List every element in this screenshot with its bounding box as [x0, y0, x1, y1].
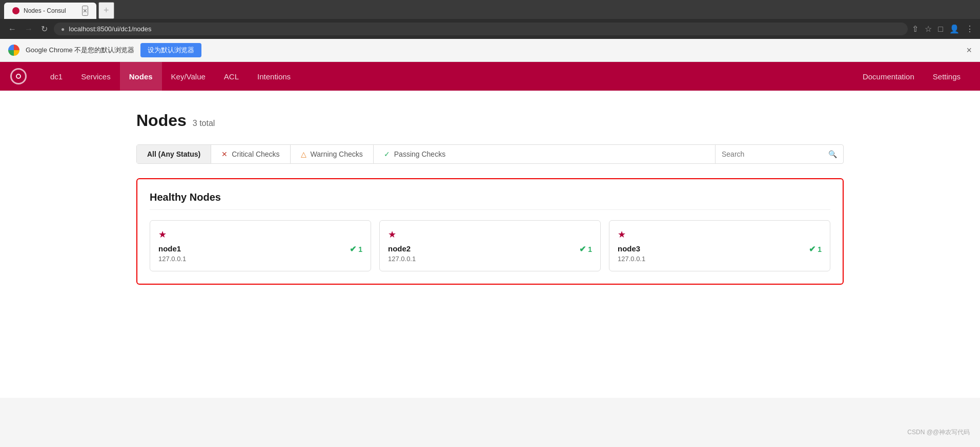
- info-banner-close-button[interactable]: ×: [966, 45, 972, 56]
- node-card-header: ★: [158, 229, 362, 240]
- node2-card-body: node2 127.0.0.1 ✔ 1: [388, 244, 592, 263]
- lock-icon: ●: [61, 26, 65, 33]
- bookmark-icon[interactable]: ☆: [925, 24, 932, 34]
- filter-bar: All (Any Status) ✕ Critical Checks △ War…: [136, 144, 844, 164]
- node3-checks: ✔ 1: [809, 244, 822, 254]
- nav-back-button[interactable]: ←: [6, 23, 18, 36]
- page-total-count: 3 total: [193, 119, 215, 128]
- consul-logo-inner: [16, 74, 21, 79]
- node2-check-count: 1: [588, 245, 592, 253]
- node1-ip: 127.0.0.1: [158, 255, 186, 263]
- section-title: Healthy Nodes: [150, 191, 830, 210]
- nav-dc-label: dc1: [41, 62, 72, 91]
- nav-settings-button[interactable]: Settings: [924, 62, 970, 91]
- nav-forward-button[interactable]: →: [23, 23, 35, 36]
- node2-info: node2 127.0.0.1: [388, 244, 416, 263]
- info-banner: Google Chrome 不是您的默认浏览器 设为默认浏览器 ×: [0, 39, 980, 62]
- window-icon[interactable]: □: [938, 25, 943, 34]
- node-card-node3[interactable]: ★ node3 127.0.0.1 ✔ 1: [609, 220, 830, 271]
- search-icon: 🔍: [828, 150, 837, 158]
- node1-check-icon: ✔: [350, 244, 356, 254]
- node3-card-body: node3 127.0.0.1 ✔ 1: [618, 244, 822, 263]
- node2-checks: ✔ 1: [579, 244, 592, 254]
- node2-card-header: ★: [388, 229, 592, 240]
- tab-title: Nodes - Consul: [24, 7, 66, 14]
- filter-passing-button[interactable]: ✓ Passing Checks: [374, 145, 456, 163]
- tab-close-button[interactable]: ×: [82, 6, 88, 16]
- page-title: Nodes 3 total: [136, 111, 844, 130]
- menu-icon[interactable]: ⋮: [966, 24, 974, 34]
- consul-logo-circle: [10, 68, 27, 84]
- node2-ip: 127.0.0.1: [388, 255, 416, 263]
- search-input[interactable]: [722, 145, 824, 163]
- nav-documentation-button[interactable]: Documentation: [853, 62, 924, 91]
- node-card-body: node1 127.0.0.1 ✔ 1: [158, 244, 362, 263]
- consul-nav: dc1 Services Nodes Key/Value ACL Intenti…: [0, 62, 980, 91]
- filter-warning-label: Warning Checks: [311, 150, 363, 158]
- node3-check-icon: ✔: [809, 244, 815, 254]
- node-card-node1[interactable]: ★ node1 127.0.0.1 ✔ 1: [150, 220, 371, 271]
- browser-tab[interactable]: Nodes - Consul ×: [4, 3, 96, 19]
- critical-icon: ✕: [221, 150, 228, 158]
- node1-check-count: 1: [358, 245, 362, 253]
- main-content: Nodes 3 total All (Any Status) ✕ Critica…: [0, 91, 980, 398]
- url-display: localhost:8500/ui/dc1/nodes: [69, 25, 151, 33]
- chrome-logo: [8, 45, 19, 56]
- consul-logo: [10, 68, 31, 84]
- node3-card-header: ★: [618, 229, 822, 240]
- nav-item-acl[interactable]: ACL: [215, 62, 248, 91]
- node3-star-icon: ★: [618, 229, 626, 240]
- healthy-nodes-section: Healthy Nodes ★ node1 127.0.0.1 ✔: [136, 178, 844, 285]
- passing-icon: ✓: [384, 150, 390, 158]
- node1-name: node1: [158, 244, 186, 253]
- filter-warning-button[interactable]: △ Warning Checks: [291, 145, 374, 163]
- filter-passing-label: Passing Checks: [394, 150, 445, 158]
- tab-favicon: [12, 7, 19, 14]
- node1-info: node1 127.0.0.1: [158, 244, 186, 263]
- share-icon[interactable]: ⇧: [912, 24, 918, 34]
- node2-name: node2: [388, 244, 416, 253]
- nodes-grid: ★ node1 127.0.0.1 ✔ 1: [150, 220, 830, 271]
- node-card-node2[interactable]: ★ node2 127.0.0.1 ✔ 1: [379, 220, 601, 271]
- nav-item-intentions[interactable]: Intentions: [248, 62, 300, 91]
- new-tab-button[interactable]: +: [98, 2, 114, 19]
- filter-critical-label: Critical Checks: [232, 150, 279, 158]
- node2-check-icon: ✔: [579, 244, 586, 254]
- consul-nav-right: Documentation Settings: [853, 62, 970, 91]
- address-bar-row: ← → ↻ ● localhost:8500/ui/dc1/nodes ⇧ ☆ …: [0, 19, 980, 39]
- info-banner-text: Google Chrome 不是您的默认浏览器: [26, 46, 134, 55]
- page-container: Nodes 3 total All (Any Status) ✕ Critica…: [116, 91, 864, 305]
- node2-star-icon: ★: [388, 229, 396, 240]
- filter-all-button[interactable]: All (Any Status): [137, 145, 211, 163]
- node3-name: node3: [618, 244, 645, 253]
- filter-critical-button[interactable]: ✕ Critical Checks: [211, 145, 290, 163]
- node1-checks: ✔ 1: [350, 244, 362, 254]
- warning-icon: △: [301, 150, 307, 158]
- profile-icon[interactable]: 👤: [949, 24, 959, 34]
- nav-reload-button[interactable]: ↻: [39, 22, 50, 36]
- browser-tabs-bar: Nodes - Consul × +: [0, 0, 980, 19]
- nav-item-keyvalue[interactable]: Key/Value: [162, 62, 215, 91]
- nav-item-nodes[interactable]: Nodes: [120, 62, 162, 91]
- page-title-text: Nodes: [136, 111, 187, 130]
- node3-check-count: 1: [818, 245, 822, 253]
- address-bar[interactable]: ● localhost:8500/ui/dc1/nodes: [54, 23, 908, 35]
- node3-ip: 127.0.0.1: [618, 255, 645, 263]
- nav-item-services[interactable]: Services: [72, 62, 120, 91]
- filter-search-area: 🔍: [715, 145, 843, 163]
- node3-info: node3 127.0.0.1: [618, 244, 645, 263]
- node1-star-icon: ★: [158, 229, 167, 240]
- consul-nav-items: dc1 Services Nodes Key/Value ACL Intenti…: [41, 62, 853, 91]
- browser-actions: ⇧ ☆ □ 👤 ⋮: [912, 24, 974, 34]
- set-default-button[interactable]: 设为默认浏览器: [140, 43, 201, 57]
